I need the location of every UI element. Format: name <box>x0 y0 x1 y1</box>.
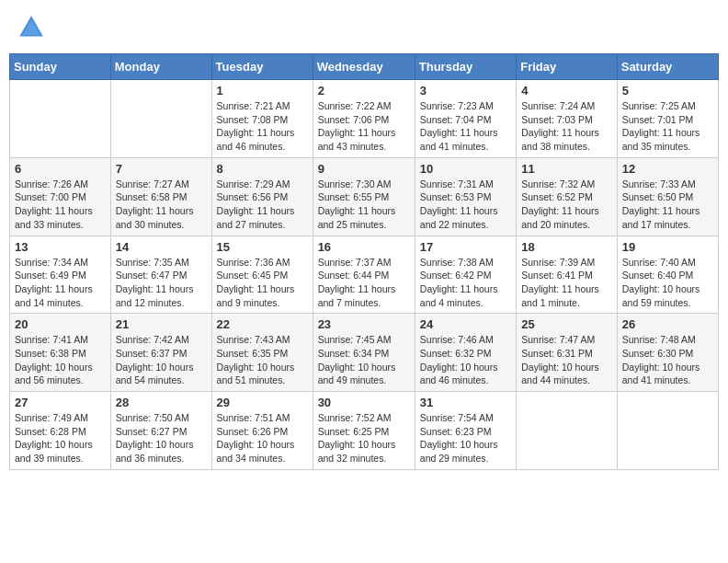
calendar-header-friday: Friday <box>517 54 618 80</box>
calendar-cell <box>517 392 618 470</box>
day-number: 8 <box>217 162 308 176</box>
calendar-cell: 3Sunrise: 7:23 AM Sunset: 7:04 PM Daylig… <box>415 80 516 158</box>
calendar-cell <box>10 80 111 158</box>
calendar-week-row: 13Sunrise: 7:34 AM Sunset: 6:49 PM Dayli… <box>10 236 719 314</box>
calendar-cell: 25Sunrise: 7:47 AM Sunset: 6:31 PM Dayli… <box>517 314 618 392</box>
day-info: Sunrise: 7:46 AM Sunset: 6:32 PM Dayligh… <box>420 333 511 387</box>
day-number: 22 <box>217 317 308 331</box>
day-number: 12 <box>622 162 713 176</box>
day-info: Sunrise: 7:52 AM Sunset: 6:25 PM Dayligh… <box>318 411 410 465</box>
calendar-header-saturday: Saturday <box>617 54 718 80</box>
day-number: 16 <box>318 240 410 254</box>
day-info: Sunrise: 7:47 AM Sunset: 6:31 PM Dayligh… <box>521 333 612 387</box>
day-number: 24 <box>420 317 511 331</box>
calendar-cell: 12Sunrise: 7:33 AM Sunset: 6:50 PM Dayli… <box>617 157 718 236</box>
calendar-week-row: 27Sunrise: 7:49 AM Sunset: 6:28 PM Dayli… <box>10 392 719 470</box>
calendar-cell: 8Sunrise: 7:29 AM Sunset: 6:56 PM Daylig… <box>211 157 313 236</box>
day-info: Sunrise: 7:23 AM Sunset: 7:04 PM Dayligh… <box>420 99 511 154</box>
calendar-week-row: 1Sunrise: 7:21 AM Sunset: 7:08 PM Daylig… <box>10 80 719 158</box>
day-number: 5 <box>622 84 713 98</box>
day-number: 6 <box>15 162 106 176</box>
calendar-cell: 9Sunrise: 7:30 AM Sunset: 6:55 PM Daylig… <box>313 157 415 236</box>
calendar-header-row: SundayMondayTuesdayWednesdayThursdayFrid… <box>10 54 719 80</box>
day-info: Sunrise: 7:30 AM Sunset: 6:55 PM Dayligh… <box>318 178 410 232</box>
calendar-cell <box>617 392 718 470</box>
day-number: 7 <box>116 162 207 176</box>
day-number: 1 <box>217 84 308 98</box>
day-info: Sunrise: 7:31 AM Sunset: 6:53 PM Dayligh… <box>420 178 511 232</box>
logo-icon <box>17 13 46 42</box>
day-number: 9 <box>318 162 410 176</box>
day-number: 17 <box>420 240 511 254</box>
day-info: Sunrise: 7:41 AM Sunset: 6:38 PM Dayligh… <box>15 333 106 387</box>
calendar-cell: 16Sunrise: 7:37 AM Sunset: 6:44 PM Dayli… <box>313 236 415 314</box>
day-info: Sunrise: 7:54 AM Sunset: 6:23 PM Dayligh… <box>420 411 511 465</box>
day-info: Sunrise: 7:49 AM Sunset: 6:28 PM Dayligh… <box>15 411 106 465</box>
calendar-cell: 31Sunrise: 7:54 AM Sunset: 6:23 PM Dayli… <box>415 392 516 470</box>
day-info: Sunrise: 7:38 AM Sunset: 6:42 PM Dayligh… <box>420 256 511 310</box>
day-number: 28 <box>116 396 207 409</box>
calendar-cell: 27Sunrise: 7:49 AM Sunset: 6:28 PM Dayli… <box>10 392 111 470</box>
day-number: 31 <box>420 396 511 409</box>
calendar-cell: 7Sunrise: 7:27 AM Sunset: 6:58 PM Daylig… <box>110 157 211 236</box>
day-number: 30 <box>318 396 410 409</box>
day-number: 10 <box>420 162 511 176</box>
calendar-cell: 13Sunrise: 7:34 AM Sunset: 6:49 PM Dayli… <box>10 236 111 314</box>
day-number: 23 <box>318 317 410 331</box>
day-info: Sunrise: 7:48 AM Sunset: 6:30 PM Dayligh… <box>622 333 713 387</box>
calendar-cell: 6Sunrise: 7:26 AM Sunset: 7:00 PM Daylig… <box>10 157 111 236</box>
calendar-cell: 24Sunrise: 7:46 AM Sunset: 6:32 PM Dayli… <box>415 314 516 392</box>
calendar-header-thursday: Thursday <box>415 54 516 80</box>
calendar-cell: 19Sunrise: 7:40 AM Sunset: 6:40 PM Dayli… <box>617 236 718 314</box>
day-info: Sunrise: 7:42 AM Sunset: 6:37 PM Dayligh… <box>116 333 207 387</box>
calendar-cell: 4Sunrise: 7:24 AM Sunset: 7:03 PM Daylig… <box>517 80 618 158</box>
day-info: Sunrise: 7:50 AM Sunset: 6:27 PM Dayligh… <box>116 411 207 465</box>
day-info: Sunrise: 7:25 AM Sunset: 7:01 PM Dayligh… <box>622 99 713 154</box>
day-number: 20 <box>15 317 106 331</box>
calendar-header-sunday: Sunday <box>10 54 111 80</box>
day-info: Sunrise: 7:32 AM Sunset: 6:52 PM Dayligh… <box>521 178 612 232</box>
calendar-cell <box>110 80 211 158</box>
calendar-cell: 10Sunrise: 7:31 AM Sunset: 6:53 PM Dayli… <box>415 157 516 236</box>
day-info: Sunrise: 7:21 AM Sunset: 7:08 PM Dayligh… <box>217 99 308 154</box>
day-info: Sunrise: 7:24 AM Sunset: 7:03 PM Dayligh… <box>521 99 612 154</box>
day-info: Sunrise: 7:43 AM Sunset: 6:35 PM Dayligh… <box>217 333 308 387</box>
calendar-header-wednesday: Wednesday <box>313 54 415 80</box>
calendar-cell: 2Sunrise: 7:22 AM Sunset: 7:06 PM Daylig… <box>313 80 415 158</box>
page-header <box>9 9 719 46</box>
calendar-cell: 22Sunrise: 7:43 AM Sunset: 6:35 PM Dayli… <box>211 314 313 392</box>
calendar-week-row: 20Sunrise: 7:41 AM Sunset: 6:38 PM Dayli… <box>10 314 719 392</box>
calendar-cell: 18Sunrise: 7:39 AM Sunset: 6:41 PM Dayli… <box>517 236 618 314</box>
day-info: Sunrise: 7:36 AM Sunset: 6:45 PM Dayligh… <box>217 256 308 310</box>
day-info: Sunrise: 7:29 AM Sunset: 6:56 PM Dayligh… <box>217 178 308 232</box>
day-number: 27 <box>15 396 106 409</box>
calendar-cell: 17Sunrise: 7:38 AM Sunset: 6:42 PM Dayli… <box>415 236 516 314</box>
calendar-cell: 14Sunrise: 7:35 AM Sunset: 6:47 PM Dayli… <box>110 236 211 314</box>
logo <box>17 13 50 42</box>
day-number: 2 <box>318 84 410 98</box>
day-number: 18 <box>521 240 612 254</box>
calendar-cell: 15Sunrise: 7:36 AM Sunset: 6:45 PM Dayli… <box>211 236 313 314</box>
calendar-cell: 20Sunrise: 7:41 AM Sunset: 6:38 PM Dayli… <box>10 314 111 392</box>
day-number: 19 <box>622 240 713 254</box>
day-info: Sunrise: 7:34 AM Sunset: 6:49 PM Dayligh… <box>15 256 106 310</box>
day-number: 3 <box>420 84 511 98</box>
day-number: 14 <box>116 240 207 254</box>
calendar-cell: 29Sunrise: 7:51 AM Sunset: 6:26 PM Dayli… <box>211 392 313 470</box>
day-number: 26 <box>622 317 713 331</box>
calendar-cell: 26Sunrise: 7:48 AM Sunset: 6:30 PM Dayli… <box>617 314 718 392</box>
day-info: Sunrise: 7:22 AM Sunset: 7:06 PM Dayligh… <box>318 99 410 154</box>
calendar-header-monday: Monday <box>110 54 211 80</box>
calendar-cell: 30Sunrise: 7:52 AM Sunset: 6:25 PM Dayli… <box>313 392 415 470</box>
day-number: 11 <box>521 162 612 176</box>
day-info: Sunrise: 7:40 AM Sunset: 6:40 PM Dayligh… <box>622 256 713 310</box>
calendar-cell: 23Sunrise: 7:45 AM Sunset: 6:34 PM Dayli… <box>313 314 415 392</box>
day-info: Sunrise: 7:26 AM Sunset: 7:00 PM Dayligh… <box>15 178 106 232</box>
calendar-cell: 21Sunrise: 7:42 AM Sunset: 6:37 PM Dayli… <box>110 314 211 392</box>
day-info: Sunrise: 7:27 AM Sunset: 6:58 PM Dayligh… <box>116 178 207 232</box>
calendar-cell: 5Sunrise: 7:25 AM Sunset: 7:01 PM Daylig… <box>617 80 718 158</box>
calendar-cell: 11Sunrise: 7:32 AM Sunset: 6:52 PM Dayli… <box>517 157 618 236</box>
day-info: Sunrise: 7:35 AM Sunset: 6:47 PM Dayligh… <box>116 256 207 310</box>
day-number: 25 <box>521 317 612 331</box>
day-number: 15 <box>217 240 308 254</box>
